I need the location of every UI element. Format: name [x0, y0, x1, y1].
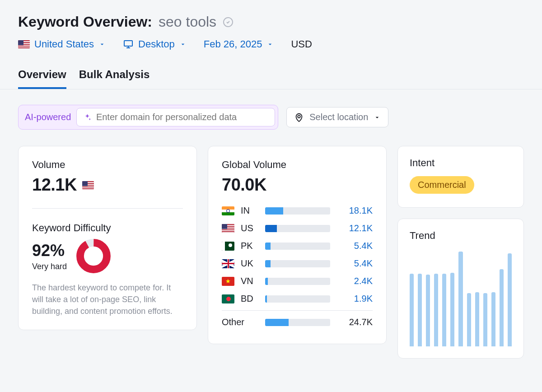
intent-title: Intent	[410, 157, 512, 169]
global-volume-row[interactable]: IN18.1K	[222, 202, 373, 219]
gv-bar	[265, 207, 330, 215]
kd-donut-chart	[76, 238, 111, 274]
gv-value: 2.4K	[336, 276, 373, 286]
gv-country-code: US	[241, 223, 259, 233]
bd-flag-icon	[222, 294, 234, 303]
gv-bar	[265, 295, 330, 303]
gv-value: 5.4K	[336, 241, 373, 251]
volume-title: Volume	[32, 159, 183, 171]
global-volume-card: Global Volume 70.0K IN18.1KUS12.1KPK5.4K…	[208, 146, 387, 344]
global-volume-row[interactable]: US12.1K	[222, 219, 373, 237]
trend-bar	[426, 275, 430, 346]
trend-bar	[450, 273, 454, 346]
gv-value: 5.4K	[336, 258, 373, 269]
global-volume-row[interactable]: PK5.4K	[222, 237, 373, 255]
volume-value: 12.1K	[32, 175, 77, 195]
divider	[32, 208, 183, 209]
trend-bar	[483, 293, 487, 346]
us-flag-icon	[18, 40, 30, 48]
global-volume-total: 70.0K	[222, 175, 373, 195]
kd-title: Keyword Difficulty	[32, 222, 183, 234]
trend-bar	[500, 269, 504, 346]
global-volume-row[interactable]: UK5.4K	[222, 255, 373, 272]
ai-powered-label: AI-powered	[25, 112, 71, 122]
filter-row: AI-powered Select location	[18, 105, 524, 130]
global-volume-title: Global Volume	[222, 159, 373, 171]
gv-bar	[265, 260, 330, 267]
us-flag-icon	[82, 181, 94, 189]
domain-input[interactable]	[96, 112, 268, 122]
trend-bar	[442, 274, 446, 346]
gv-country-code: PK	[241, 241, 259, 251]
gv-value: 1.9K	[336, 294, 373, 304]
chevron-down-icon	[98, 41, 106, 48]
trend-bar	[475, 292, 479, 346]
page-title-label: Keyword Overview:	[18, 14, 152, 30]
us-flag-icon	[222, 224, 234, 233]
global-volume-list: IN18.1KUS12.1KPK5.4KUK5.4KVN2.4KBD1.9K	[222, 202, 373, 308]
trend-bar	[508, 253, 512, 346]
domain-input-wrap[interactable]	[76, 108, 275, 126]
ai-input-wrap: AI-powered	[18, 105, 278, 130]
gv-country-code: BD	[241, 294, 259, 304]
intent-badge[interactable]: Commercial	[410, 176, 474, 194]
global-volume-other-row: Other 24.7K	[222, 313, 373, 331]
trend-bar	[467, 293, 471, 346]
tab-bulk-analysis[interactable]: Bulk Analysis	[79, 65, 150, 89]
gv-country-code: IN	[241, 205, 259, 216]
currency-label: USD	[291, 38, 312, 50]
device-selector[interactable]: Desktop	[123, 38, 187, 50]
chevron-down-icon	[179, 41, 187, 48]
trend-bar	[458, 252, 463, 346]
chevron-down-icon	[266, 41, 274, 48]
date-label: Feb 26, 2025	[204, 38, 262, 50]
gv-bar	[265, 243, 330, 250]
uk-flag-icon	[222, 259, 234, 268]
country-selector[interactable]: United States	[18, 38, 106, 50]
desktop-icon	[123, 39, 134, 50]
sparkle-icon	[83, 113, 92, 122]
chevron-down-icon	[374, 114, 381, 121]
check-circle-icon	[223, 17, 234, 28]
tab-overview[interactable]: Overview	[18, 65, 66, 89]
date-selector[interactable]: Feb 26, 2025	[204, 38, 274, 50]
page-title-query: seo tools	[159, 14, 216, 30]
pk-flag-icon	[222, 242, 234, 251]
volume-card: Volume 12.1K Keyword Difficulty 92% Very…	[18, 146, 197, 330]
kd-label: Very hard	[32, 262, 67, 271]
in-flag-icon	[222, 206, 234, 215]
location-select[interactable]: Select location	[286, 107, 388, 127]
kd-percent: 92%	[32, 241, 67, 260]
trend-title: Trend	[410, 230, 512, 242]
kd-description: The hardest keyword to compete for. It w…	[32, 282, 183, 317]
page-title-row: Keyword Overview: seo tools	[18, 14, 524, 30]
gv-country-code: UK	[241, 258, 259, 269]
gv-value: 18.1K	[336, 205, 373, 216]
svg-point-4	[80, 243, 107, 269]
svg-rect-1	[124, 41, 132, 46]
gv-value: 12.1K	[336, 223, 373, 233]
trend-bar	[418, 274, 422, 346]
device-label: Desktop	[138, 38, 175, 50]
tabs-row: Overview Bulk Analysis	[0, 65, 542, 89]
selectors-row: United States Desktop Feb 26, 2025 USD	[18, 38, 524, 50]
trend-bar	[410, 274, 414, 346]
global-volume-row[interactable]: VN2.4K	[222, 272, 373, 290]
trend-bar	[434, 274, 438, 346]
gv-other-bar	[265, 319, 330, 326]
gv-other-value: 24.7K	[336, 317, 373, 327]
global-volume-row[interactable]: BD1.9K	[222, 290, 373, 308]
trend-bar	[491, 292, 495, 346]
intent-card: Intent Commercial	[397, 146, 524, 208]
gv-bar	[265, 225, 330, 232]
trend-chart	[410, 252, 512, 346]
gv-bar	[265, 278, 330, 285]
country-label: United States	[34, 38, 94, 50]
right-column: Intent Commercial Trend	[397, 146, 524, 359]
location-pin-icon	[294, 112, 304, 122]
svg-point-2	[298, 115, 301, 117]
gv-country-code: VN	[241, 276, 259, 286]
divider	[222, 310, 373, 311]
gv-other-label: Other	[222, 317, 259, 327]
location-label: Select location	[309, 112, 368, 122]
